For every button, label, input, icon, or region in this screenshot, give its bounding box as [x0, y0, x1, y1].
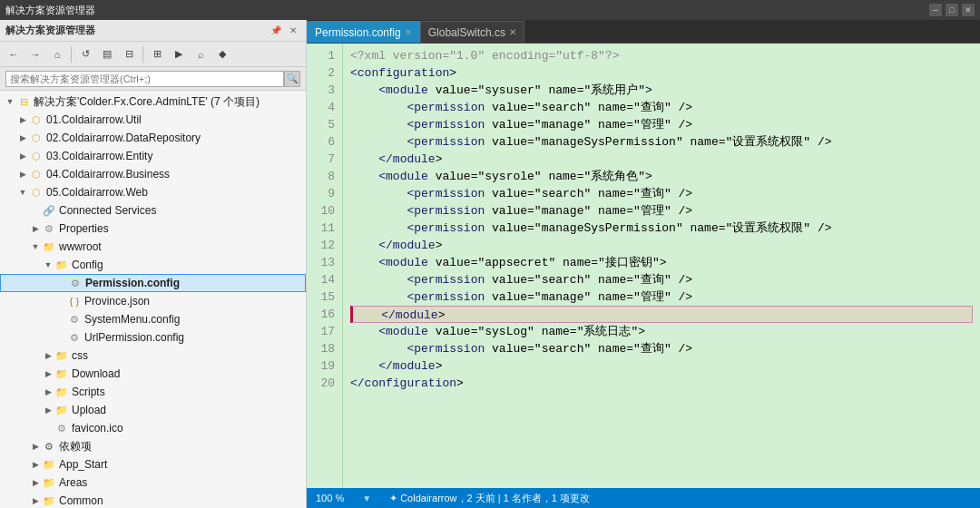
tab-close-button[interactable]: ✕ [509, 27, 516, 37]
search-input[interactable] [5, 71, 284, 87]
line-number: 5 [314, 116, 335, 133]
tree-item[interactable]: ▶📁Scripts [0, 383, 306, 401]
tree-item-icon: ⚙ [42, 221, 56, 236]
tree-item-icon: 📁 [54, 385, 69, 399]
tree-expander[interactable]: ▼ [16, 186, 29, 199]
properties-button[interactable]: ⊞ [147, 44, 167, 64]
tree-expander[interactable]: ▶ [29, 494, 42, 507]
sidebar: 解决方案资源管理器 📌 ✕ ← → ⌂ ↺ ▤ ⊟ ⊞ ▶ ⌕ ◆ 🔍 [0, 20, 307, 508]
tab-bar: Permission.config✕GlobalSwitch.cs✕ [307, 20, 980, 44]
zoom-dropdown[interactable]: ▼ [362, 493, 371, 503]
code-line: <configuration> [350, 64, 973, 82]
tree-item[interactable]: ▶📁Common [0, 492, 306, 508]
filter-button[interactable]: ▤ [97, 44, 117, 64]
tree-expander[interactable]: ▶ [29, 458, 42, 471]
sidebar-title: 解决方案资源管理器 [5, 24, 95, 37]
tree-item-label: Common [59, 494, 103, 507]
sep2 [142, 46, 143, 63]
tree-item[interactable]: ▶⬡04.Coldairarrow.Business [0, 165, 306, 183]
tree-item-label: 03.Coldairarrow.Entity [46, 150, 152, 162]
tree-item[interactable]: ⚙favicon.ico [0, 419, 306, 437]
preview-button[interactable]: ▶ [169, 44, 189, 64]
tree-item-label: Properties [59, 222, 109, 235]
tree-expander[interactable]: ▼ [42, 259, 54, 271]
search-button[interactable]: 🔍 [284, 71, 300, 87]
tree-item[interactable]: ▶📁Download [0, 365, 306, 383]
home-button[interactable]: ⌂ [47, 44, 67, 64]
tree-item[interactable]: ▶📁Areas [0, 474, 306, 492]
tree-item[interactable]: ▶⬡01.Coldairarrow.Util [0, 111, 306, 129]
maximize-button[interactable]: □ [946, 4, 958, 16]
forward-button[interactable]: → [25, 44, 45, 64]
code-line: <permission value="manageSysPermission" … [350, 220, 973, 237]
tree-expander[interactable]: ▶ [29, 222, 42, 235]
tree-item[interactable]: ▶⬡02.Coldairarrow.DataRepository [0, 129, 306, 147]
collapse-button[interactable]: ⊟ [119, 44, 139, 64]
tree-item[interactable]: ▼📁wwwroot [0, 238, 306, 256]
more-button[interactable]: ◆ [212, 44, 232, 64]
tree-expander[interactable]: ▼ [4, 95, 16, 108]
code-line: </module> [350, 237, 973, 254]
tab-label: Permission.config [315, 26, 401, 39]
tree-item[interactable]: ▶📁Upload [0, 401, 306, 419]
code-line: <module value="sysrole" name="系统角色"> [350, 168, 973, 185]
pin-button[interactable]: 📌 [269, 24, 283, 38]
tree-item[interactable]: ▼📁Config [0, 256, 306, 274]
line-number: 8 [314, 168, 335, 185]
tree-item[interactable]: ▶📁css [0, 347, 306, 365]
close-button[interactable]: ✕ [962, 4, 975, 16]
back-button[interactable]: ← [4, 44, 24, 64]
code-line: <module value="appsecret" name="接口密钥"> [350, 254, 973, 271]
code-line: </module> [350, 151, 973, 168]
code-content[interactable]: <?xml version="1.0" encoding="utf-8"?><c… [343, 44, 980, 488]
tree-item[interactable]: ⚙SystemMenu.config [0, 310, 306, 328]
tree-item-label: Connected Services [59, 204, 156, 217]
editor-area: Permission.config✕GlobalSwitch.cs✕ 12345… [307, 20, 980, 508]
tree-item[interactable]: ▼⬡05.Coldairarrow.Web [0, 183, 306, 201]
editor-tab[interactable]: Permission.config✕ [307, 21, 420, 43]
line-number: 3 [314, 82, 335, 99]
tree-expander[interactable]: ▶ [16, 168, 29, 181]
tree-item-label: SystemMenu.config [84, 313, 180, 326]
tree-item-label: Areas [59, 476, 87, 489]
sync-button[interactable]: ↺ [75, 44, 95, 64]
tree-expander[interactable]: ▶ [16, 132, 29, 144]
tree-expander[interactable]: ▶ [42, 367, 54, 380]
tree-item-label: Upload [72, 404, 106, 416]
tree-item-icon: ⬡ [29, 167, 44, 181]
code-line: <module value="sysLog" name="系统日志"> [350, 323, 973, 340]
tree-item[interactable]: ▶⚙Properties [0, 220, 306, 238]
tree-item-label: wwwroot [59, 240, 102, 253]
code-line: <permission value="search" name="查询" /> [350, 271, 973, 288]
tree-expander[interactable]: ▶ [42, 349, 54, 362]
file-tree: ▼⊟解决方案'Colder.Fx.Core.AdminLTE' (7 个项目)▶… [0, 91, 306, 508]
tree-item-label: Province.json [84, 295, 150, 308]
tree-item-icon: 📁 [54, 366, 69, 381]
tree-item-label: UrlPermission.config [84, 331, 184, 344]
sidebar-close-button[interactable]: ✕ [286, 24, 300, 38]
code-line: <permission value="search" name="查询" /> [350, 340, 973, 357]
line-number: 16 [314, 306, 335, 323]
tree-item[interactable]: ▶⬡03.Coldairarrow.Entity [0, 147, 306, 165]
tree-item-label: favicon.ico [72, 422, 123, 435]
tree-expander[interactable]: ▶ [29, 440, 42, 453]
tree-item[interactable]: ⚙UrlPermission.config [0, 328, 306, 347]
tree-expander[interactable]: ▶ [16, 113, 29, 126]
tab-close-button[interactable]: ✕ [405, 27, 412, 37]
tree-expander[interactable]: ▶ [29, 476, 42, 489]
tree-item[interactable]: ⚙Permission.config [0, 274, 306, 292]
tree-expander[interactable]: ▼ [29, 240, 42, 253]
tree-item[interactable]: { }Province.json [0, 292, 306, 310]
tree-item[interactable]: ▶📁App_Start [0, 455, 306, 474]
tree-expander[interactable]: ▶ [16, 150, 29, 162]
tree-expander[interactable]: ▶ [42, 386, 54, 398]
tree-expander [42, 422, 54, 435]
tree-item[interactable]: ▼⊟解决方案'Colder.Fx.Core.AdminLTE' (7 个项目) [0, 93, 306, 111]
settings-button[interactable]: ⌕ [191, 44, 211, 64]
tree-item[interactable]: 🔗Connected Services [0, 201, 306, 220]
minimize-button[interactable]: ─ [929, 4, 942, 16]
tree-expander[interactable]: ▶ [42, 404, 54, 416]
editor-tab[interactable]: GlobalSwitch.cs✕ [420, 21, 524, 43]
tree-item[interactable]: ▶⚙依赖项 [0, 437, 306, 455]
tree-item-icon: ⬡ [29, 131, 44, 145]
